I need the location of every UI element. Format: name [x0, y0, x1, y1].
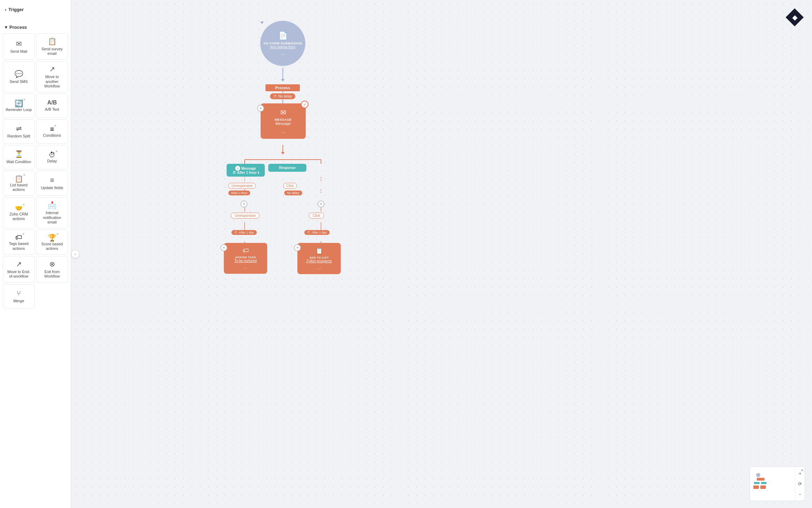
- check-badge: ✓: [301, 101, 308, 108]
- sidebar-item-internal-notif[interactable]: 📩 Internal notification email: [36, 197, 68, 228]
- sidebar-item-label-wait-condition: Wait Condition: [6, 160, 31, 164]
- sidebar-item-tags-based[interactable]: 🏷 ≡ Tags based actions: [3, 230, 35, 255]
- collapse-sidebar-button[interactable]: ‹: [71, 250, 79, 258]
- collapse-icon: ‹: [75, 252, 76, 256]
- after-1day-left-pill[interactable]: ⏱ After 1 day: [231, 230, 257, 235]
- sidebar-item-move-workflow[interactable]: ↗ Move to another Workflow: [36, 61, 68, 92]
- branch-response-label: Response: [279, 166, 296, 170]
- conditions-icon: ≡: [50, 125, 54, 133]
- sidebar-item-label-tags: Tags based actions: [5, 242, 32, 251]
- message-node-dots: ...: [266, 128, 300, 134]
- sidebar-item-label-random-split: Random Split: [7, 134, 30, 138]
- trigger-section-header[interactable]: › Trigger: [0, 3, 71, 14]
- ab-test-icon: A/B: [47, 100, 57, 106]
- info-icon: ℹ: [258, 171, 259, 175]
- zoom-reset-button[interactable]: ⟳: [796, 480, 804, 488]
- update-fields-icon: ≡: [50, 176, 54, 184]
- stack-badge-tags: ≡: [23, 232, 24, 236]
- sidebar-item-conditions[interactable]: ≡ ≡ Conditions: [36, 119, 68, 144]
- wait-1hour-text: Wait 1 Hour: [231, 191, 247, 195]
- conditions-icon-stack: ≡ ≡: [50, 125, 54, 133]
- no-delay-pill[interactable]: ⏱ No delay: [270, 93, 295, 99]
- assign-tags-chevron[interactable]: ▾: [220, 244, 227, 251]
- sidebar-item-delay[interactable]: ⏱ ≡ Delay: [36, 145, 68, 169]
- minimap-branch-left-preview: [754, 482, 760, 484]
- trigger-node-dots: ...: [281, 50, 285, 56]
- tags-based-icon: 🏷: [15, 234, 22, 241]
- sidebar-item-zoho-crm[interactable]: 🤝 ≡ Zoho CRM actions: [3, 197, 35, 228]
- sidebar-item-random-split[interactable]: ⇌ Random Split: [3, 119, 35, 144]
- process-section-header[interactable]: ▾ Process: [0, 21, 71, 32]
- sidebar-item-wait-condition[interactable]: ⏳ Wait Condition: [3, 145, 35, 169]
- unresponsive-bottom-label: Unresponsive: [231, 213, 260, 219]
- message-chevron-down[interactable]: ▾: [257, 105, 264, 112]
- trigger-node-inner[interactable]: 📄 ON FORM SUBMISSION Any signup form ...: [260, 21, 305, 66]
- zoho-crm-icon: 🤝: [15, 205, 23, 212]
- assign-tags-type: ASSIGN TAGS: [229, 256, 262, 259]
- add-to-list-name: Zylker prospects: [302, 259, 336, 263]
- wait-chevron-down[interactable]: ▾: [240, 201, 247, 208]
- branch-number-label: 1 Message: [235, 166, 256, 171]
- sidebar-item-reminder-loop[interactable]: 🔄 ≡ Reminder Loop: [3, 94, 35, 118]
- clock-icon-left: ⏱: [234, 231, 237, 234]
- sidebar-item-send-mail[interactable]: ✉ Send Mail: [3, 33, 35, 60]
- clock-icon: ⏱: [273, 94, 277, 98]
- process-bar-label: Process: [275, 86, 290, 90]
- sidebar: › Trigger ▾ Process ✉ Send Mail 📋 Send s…: [0, 0, 71, 508]
- score-based-icon-stack: 🏆 ≡: [48, 234, 57, 242]
- stack-badge-conditions: ≡: [54, 124, 56, 127]
- stack-badge-score: ≡: [57, 232, 58, 236]
- sidebar-item-send-survey[interactable]: 📋 Send survey email: [36, 33, 68, 60]
- trigger-section: › Trigger: [0, 0, 71, 18]
- nodelay-chevron-down[interactable]: ▾: [318, 201, 324, 208]
- sidebar-item-merge[interactable]: ⑂ Merge: [3, 284, 35, 308]
- trigger-chevron-down: [260, 22, 264, 24]
- branch-response-node[interactable]: Response: [268, 164, 306, 172]
- send-sms-icon: 💬: [15, 70, 23, 78]
- assign-tags-icon: 🏷: [229, 247, 262, 254]
- wait-1hour-pill[interactable]: Wait 1 Hour: [228, 190, 250, 195]
- sidebar-item-move-end[interactable]: ↗ Move to End-of-workflow: [3, 256, 35, 282]
- send-survey-icon: 📋: [48, 37, 57, 45]
- diamond-icon: ◆: [792, 13, 797, 22]
- trigger-node-icon: 📄: [278, 31, 288, 40]
- clock-icon-branch: ⏱: [232, 171, 236, 175]
- minimap-assign-preview: [753, 485, 759, 489]
- random-split-icon: ⇌: [16, 124, 22, 133]
- clock-icon-right: ⏱: [307, 231, 310, 234]
- stack-badge-list: ≡: [23, 173, 25, 177]
- sidebar-item-send-sms[interactable]: 💬 Send SMS: [3, 61, 35, 92]
- click-bottom-text: Click: [313, 214, 320, 218]
- message-node-name: Message: [266, 121, 300, 126]
- add-to-list-node[interactable]: 📋 ADD TO LIST Zylker prospects ...: [297, 243, 341, 274]
- after-1day-right-pill[interactable]: ⏱ After 1 day: [304, 230, 330, 235]
- sidebar-item-label-move-workflow: Move to another Workflow: [39, 75, 66, 88]
- sidebar-item-update-fields[interactable]: ≡ Update fields: [36, 171, 68, 196]
- zoom-out-button[interactable]: −: [796, 490, 804, 498]
- sidebar-item-list-based[interactable]: 📋 ≡ List based actions: [3, 171, 35, 196]
- branch-number: 1: [235, 166, 240, 171]
- branch-message-node[interactable]: 1 Message ⏱ After 1 hour ℹ: [227, 164, 265, 177]
- message-node[interactable]: ✓ ✉ MESSAGE Message ...: [261, 103, 306, 139]
- assign-tags-node[interactable]: 🏷 ASSIGN TAGS To be nurtured ...: [224, 243, 267, 274]
- reminder-loop-icon: 🔄: [15, 100, 23, 107]
- no-delay-right-pill[interactable]: No delay: [284, 190, 302, 195]
- add-to-list-chevron[interactable]: ▾: [294, 244, 301, 251]
- workflow-canvas: 📄 ON FORM SUBMISSION Any signup form ...…: [71, 0, 812, 508]
- sidebar-item-label-zoho: Zoho CRM actions: [5, 212, 32, 221]
- merge-icon: ⑂: [17, 289, 21, 297]
- add-to-list-type: ADD TO LIST: [302, 256, 336, 259]
- sidebar-item-ab-test[interactable]: A/B A/B Test: [36, 94, 68, 118]
- sidebar-item-label-score: Score based actions: [39, 242, 66, 251]
- sidebar-item-score-based[interactable]: 🏆 ≡ Score based actions: [36, 230, 68, 255]
- sidebar-item-label-send-mail: Send Mail: [10, 49, 27, 54]
- sidebar-item-exit-workflow[interactable]: ⊗ Exit from Workflow: [36, 256, 68, 282]
- move-workflow-icon: ↗: [49, 65, 55, 73]
- trigger-circle-node[interactable]: 📄 ON FORM SUBMISSION Any signup form ...: [260, 21, 264, 24]
- click-label: Click: [283, 183, 297, 189]
- sidebar-item-label-send-survey: Send survey email: [39, 47, 66, 56]
- zoho-crm-icon-stack: 🤝 ≡: [15, 204, 23, 212]
- zoom-in-button[interactable]: +: [796, 469, 804, 477]
- trigger-chevron-icon: ›: [5, 7, 6, 12]
- sidebar-item-label-reminder: Reminder Loop: [6, 108, 32, 112]
